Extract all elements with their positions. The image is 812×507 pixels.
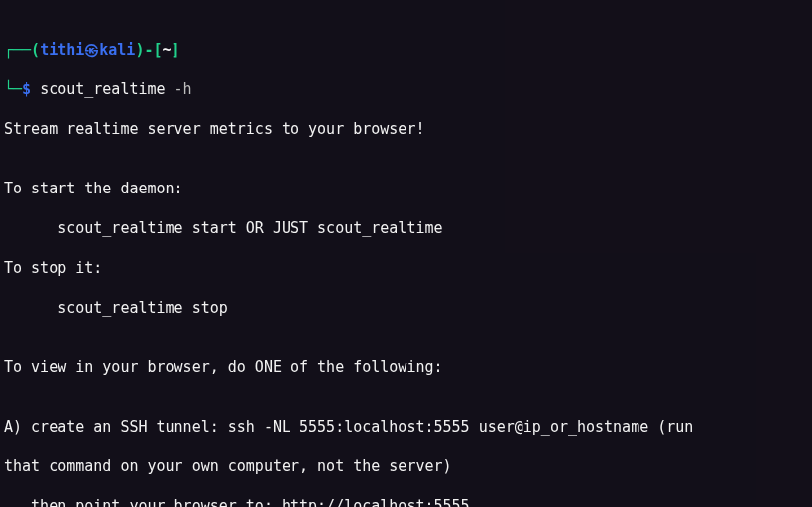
command-text: scout_realtime bbox=[40, 80, 165, 98]
output-line: To start the daemon: bbox=[0, 179, 812, 198]
prompt-at: ㉿ bbox=[84, 41, 99, 59]
command-flag: -h bbox=[174, 80, 192, 98]
output-line: that command on your own computer, not t… bbox=[0, 456, 812, 476]
output-line: A) create an SSH tunnel: ssh -NL 5555:lo… bbox=[0, 417, 812, 437]
prompt-user: tithi bbox=[40, 41, 84, 59]
prompt-line-1: ┌──(tithi㉿kali)-[~] bbox=[0, 40, 812, 60]
prompt-decor: └─ bbox=[4, 80, 22, 98]
output-line: then point your browser to: http://local… bbox=[0, 496, 812, 507]
prompt-decor: ┌──( bbox=[4, 41, 40, 59]
output-line: Stream realtime server metrics to your b… bbox=[0, 119, 812, 139]
output-line: scout_realtime stop bbox=[0, 298, 812, 317]
prompt-cwd: ~ bbox=[163, 41, 172, 59]
prompt-line-2: └─$ scout_realtime -h bbox=[0, 79, 812, 99]
terminal-window[interactable]: ┌──(tithi㉿kali)-[~] └─$ scout_realtime -… bbox=[0, 0, 812, 507]
output-line: To view in your browser, do ONE of the f… bbox=[0, 357, 812, 377]
output-line: To stop it: bbox=[0, 258, 812, 278]
prompt-host: kali bbox=[99, 41, 135, 59]
output-line: scout_realtime start OR JUST scout_realt… bbox=[0, 218, 812, 238]
prompt-decor: ] bbox=[172, 41, 180, 59]
prompt-dollar: $ bbox=[22, 80, 31, 98]
prompt-decor: )-[ bbox=[135, 41, 162, 59]
